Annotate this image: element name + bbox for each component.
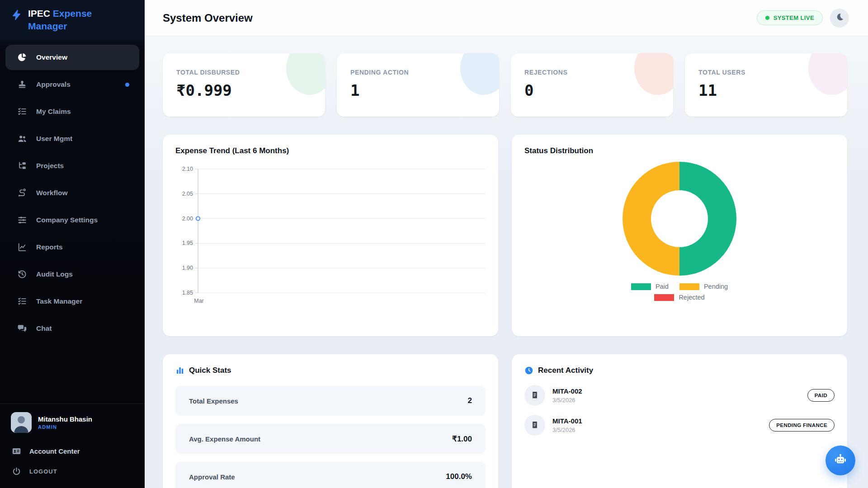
system-live-label: SYSTEM LIVE xyxy=(774,14,814,21)
brand-text: IPEC Expense Manager xyxy=(28,7,109,32)
sidebar-item-overview[interactable]: Overview xyxy=(5,45,139,70)
legend-swatch xyxy=(654,294,674,301)
clock-icon xyxy=(524,366,533,375)
route-icon xyxy=(17,188,27,198)
activity-id: MITA-001 xyxy=(552,417,582,425)
svg-text:1.95: 1.95 xyxy=(182,240,193,246)
sidebar-item-label: Approvals xyxy=(36,80,71,89)
checklist-icon xyxy=(17,107,27,117)
legend-item-rejected[interactable]: Rejected xyxy=(654,294,704,301)
legend-swatch xyxy=(631,283,651,290)
stat-card-total-users: TOTAL USERS11 xyxy=(685,53,847,117)
receipt-icon xyxy=(524,385,545,406)
sidebar-item-label: User Mgmt xyxy=(36,135,72,143)
pie-chart-icon xyxy=(17,52,27,62)
sidebar-item-my-claims[interactable]: My Claims xyxy=(5,99,139,124)
brand-prefix: IPEC xyxy=(28,8,50,19)
quick-stats-card: Quick Stats Total Expenses2Avg. Expense … xyxy=(163,354,498,488)
account-center-label: Account Center xyxy=(29,447,80,455)
user-panel: Mitanshu Bhasin ADMIN Account Center LOG… xyxy=(0,404,145,488)
stats-row: TOTAL DISBURSED₹0.999PENDING ACTION1REJE… xyxy=(163,53,847,117)
page-title: System Overview xyxy=(163,12,253,24)
sidebar-item-label: Reports xyxy=(36,243,63,251)
legend-item-paid[interactable]: Paid xyxy=(631,283,669,290)
quick-stat-label: Approval Rate xyxy=(189,473,235,481)
sidebar-item-label: Chat xyxy=(36,324,52,333)
quick-stat-row-avg-expense-amount: Avg. Expense Amount₹1.00 xyxy=(175,424,486,454)
bolt-icon xyxy=(11,9,23,21)
sidebar-item-workflow[interactable]: Workflow xyxy=(5,180,139,206)
activity-item-mita-002[interactable]: MITA-0023/5/2026PAID xyxy=(524,385,835,406)
sidebar-item-reports[interactable]: Reports xyxy=(5,235,139,260)
legend-label: Rejected xyxy=(679,294,704,301)
users-icon xyxy=(17,134,27,144)
chat-icon xyxy=(17,324,27,333)
avatar xyxy=(11,412,32,433)
quick-stat-label: Avg. Expense Amount xyxy=(189,435,260,443)
recent-activity-head: Recent Activity xyxy=(524,366,835,375)
id-card-icon xyxy=(12,446,21,456)
theme-toggle-button[interactable] xyxy=(830,9,849,28)
sidebar-item-label: Overview xyxy=(36,53,67,61)
main-area: System Overview SYSTEM LIVE TOTAL DISBUR… xyxy=(145,0,868,488)
power-icon xyxy=(12,467,21,476)
sidebar-item-label: My Claims xyxy=(36,108,71,116)
activity-item-mita-001[interactable]: MITA-0013/5/2026PENDING FINANCE xyxy=(524,415,835,436)
sidebar-item-projects[interactable]: Projects xyxy=(5,153,139,178)
stamp-icon xyxy=(17,80,27,89)
activity-date: 3/5/2026 xyxy=(552,397,807,404)
tasks-icon xyxy=(17,296,27,306)
expense-trend-title: Expense Trend (Last 6 Months) xyxy=(175,146,486,155)
expense-trend-card: Expense Trend (Last 6 Months) 2.102.052.… xyxy=(163,135,498,336)
sidebar-item-label: Task Manager xyxy=(36,297,82,305)
sidebar-item-chat[interactable]: Chat xyxy=(5,316,139,341)
sidebar-item-task-manager[interactable]: Task Manager xyxy=(5,289,139,314)
activity-items: MITA-0023/5/2026PAIDMITA-0013/5/2026PEND… xyxy=(524,385,835,436)
svg-text:2.10: 2.10 xyxy=(182,166,193,172)
recent-activity-card: Recent Activity MITA-0023/5/2026PAIDMITA… xyxy=(512,354,847,488)
logout-link[interactable]: LOGOUT xyxy=(11,461,134,482)
recent-activity-title: Recent Activity xyxy=(538,366,593,375)
activity-status-badge: PENDING FINANCE xyxy=(769,419,835,432)
svg-text:1.90: 1.90 xyxy=(182,265,193,271)
receipt-icon xyxy=(524,415,545,436)
quick-stat-value: ₹1.00 xyxy=(452,434,472,444)
sidebar-item-company-settings[interactable]: Company Settings xyxy=(5,207,139,233)
user-name: Mitanshu Bhasin xyxy=(38,415,92,423)
sidebar-nav: OverviewApprovalsMy ClaimsUser MgmtProje… xyxy=(0,38,145,404)
status-distribution-title: Status Distribution xyxy=(524,146,835,155)
moon-icon xyxy=(835,12,844,23)
folder-tree-icon xyxy=(17,161,27,171)
svg-text:Mar: Mar xyxy=(194,298,204,304)
chatbot-fab-button[interactable] xyxy=(826,446,855,475)
stat-card-pending-action: PENDING ACTION1 xyxy=(337,53,499,117)
sidebar-item-audit-logs[interactable]: Audit Logs xyxy=(5,262,139,287)
quick-stats-rows: Total Expenses2Avg. Expense Amount₹1.00A… xyxy=(175,386,486,488)
topbar: System Overview SYSTEM LIVE xyxy=(145,0,868,36)
content: TOTAL DISBURSED₹0.999PENDING ACTION1REJE… xyxy=(145,36,868,488)
sidebar-item-label: Workflow xyxy=(36,189,67,197)
activity-date: 3/5/2026 xyxy=(552,427,769,433)
charts-row: Expense Trend (Last 6 Months) 2.102.052.… xyxy=(163,135,847,336)
sidebar-item-approvals[interactable]: Approvals xyxy=(5,72,139,97)
chart-line-icon xyxy=(17,242,27,252)
account-center-link[interactable]: Account Center xyxy=(11,441,134,461)
user-row[interactable]: Mitanshu Bhasin ADMIN xyxy=(11,412,134,433)
quick-stats-head: Quick Stats xyxy=(175,366,486,375)
history-icon xyxy=(17,269,27,279)
logout-label: LOGOUT xyxy=(29,468,57,475)
live-dot-icon xyxy=(765,16,769,20)
robot-icon xyxy=(833,452,848,469)
sidebar-item-user-mgmt[interactable]: User Mgmt xyxy=(5,126,139,151)
stat-card-total-disbursed: TOTAL DISBURSED₹0.999 xyxy=(163,53,325,117)
user-role-badge: ADMIN xyxy=(38,424,92,430)
legend-label: Paid xyxy=(656,283,669,290)
svg-text:2.05: 2.05 xyxy=(182,191,193,197)
donut-hole xyxy=(651,190,708,247)
stat-card-rejections: REJECTIONS0 xyxy=(511,53,673,117)
legend-item-pending[interactable]: Pending xyxy=(679,283,728,290)
quick-stat-label: Total Expenses xyxy=(189,397,238,405)
status-distribution-card: Status Distribution PaidPendingRejected xyxy=(512,135,847,336)
notification-dot xyxy=(125,83,129,87)
sliders-icon xyxy=(17,215,27,225)
